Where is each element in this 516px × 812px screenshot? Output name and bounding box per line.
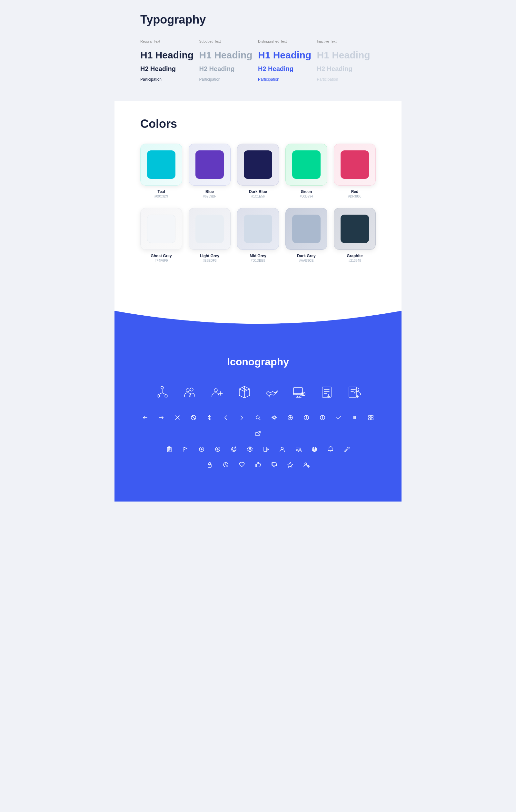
h1-subdued: H1 Heading	[199, 50, 255, 61]
color-card-blue: Blue #6239BF	[189, 144, 231, 198]
h1-regular: H1 Heading	[140, 50, 196, 61]
swatch-wrapper-blue	[189, 144, 231, 185]
h2-subdued: H2 Heading	[199, 65, 255, 72]
icon-row-large	[134, 384, 382, 400]
swatch-green	[292, 150, 321, 179]
svg-point-1	[157, 395, 160, 397]
type-label-inactive: Inactive Text	[317, 39, 373, 43]
svg-point-0	[161, 386, 163, 389]
arrow-left-icon	[141, 413, 150, 422]
color-name-darkblue: Dark Blue	[249, 190, 267, 194]
signin-icon	[262, 445, 271, 454]
package-icon	[236, 384, 252, 400]
svg-point-55	[355, 418, 355, 419]
color-hex-midgrey: #D1DBE8	[251, 259, 265, 262]
color-hex-darkgrey: #AAB9CE	[299, 259, 313, 262]
svg-point-44	[306, 416, 307, 417]
body-regular: Participation	[140, 77, 196, 82]
h2-regular: H2 Heading	[140, 65, 196, 72]
svg-rect-75	[264, 447, 267, 452]
color-hex-graphite: #213848	[348, 259, 361, 262]
color-name-graphite: Graphite	[347, 254, 363, 258]
typography-section: Typography Regular Text H1 Heading H2 He…	[115, 0, 401, 101]
target-icon	[229, 445, 238, 454]
swatch-wrapper-darkgrey	[285, 208, 327, 250]
typography-grid: Regular Text H1 Heading H2 Heading Parti…	[140, 39, 376, 82]
type-col-subdued: Subdued Text H1 Heading H2 Heading Parti…	[199, 39, 258, 82]
heart-icon	[237, 460, 246, 469]
swatch-midgrey	[244, 214, 272, 243]
swatch-lightgrey	[195, 214, 224, 243]
color-name-blue: Blue	[206, 190, 214, 194]
svg-line-4	[158, 393, 162, 395]
svg-rect-58	[371, 415, 373, 417]
circle-arrow-right-icon	[213, 445, 222, 454]
profile-icon	[278, 445, 287, 454]
arrow-right-icon	[157, 413, 166, 422]
person-link-icon	[302, 460, 311, 469]
chevron-left-icon	[221, 413, 230, 422]
svg-point-2	[165, 395, 168, 397]
swatch-red	[340, 150, 369, 179]
swatch-wrapper-green	[285, 144, 327, 185]
type-col-regular: Regular Text H1 Heading H2 Heading Parti…	[140, 39, 199, 82]
svg-point-74	[249, 448, 251, 450]
close-icon	[173, 413, 182, 422]
swatch-darkgrey	[292, 214, 321, 243]
check-icon	[334, 413, 343, 422]
svg-point-81	[299, 448, 301, 450]
svg-point-17	[301, 392, 305, 396]
swatch-blue	[195, 150, 224, 179]
svg-point-73	[233, 448, 235, 451]
thumbs-up-icon	[253, 460, 263, 469]
sort-icon	[205, 413, 214, 422]
add-circle-icon	[286, 413, 295, 422]
handshake-icon	[264, 384, 280, 400]
color-card-midgrey: Mid Grey #D1DBE8	[237, 208, 279, 262]
body-distinguished: Participation	[258, 77, 314, 82]
svg-line-14	[297, 395, 298, 397]
color-card-green: Green #00D994	[285, 144, 327, 198]
grid-icon	[350, 413, 359, 422]
svg-point-7	[190, 388, 193, 391]
colors-row-2: Ghost Grey #F4F6F9 Light Grey #E8EDF3 Mi…	[140, 208, 376, 262]
swatch-wrapper-lightgrey	[189, 208, 231, 250]
svg-line-37	[259, 418, 260, 420]
svg-point-56	[355, 418, 356, 419]
svg-point-52	[355, 417, 355, 418]
list-person-icon	[294, 445, 303, 454]
swatch-graphite	[340, 214, 369, 243]
icon-row-small-3	[134, 460, 382, 469]
h2-inactive: H2 Heading	[317, 65, 373, 72]
lock-icon	[205, 460, 214, 469]
swatch-wrapper-teal	[140, 144, 182, 185]
svg-point-8	[214, 388, 217, 392]
globe-icon	[310, 445, 319, 454]
svg-point-27	[356, 388, 359, 391]
svg-rect-57	[369, 415, 370, 417]
svg-line-5	[162, 393, 166, 395]
svg-rect-90	[256, 464, 257, 467]
typography-title: Typography	[140, 13, 376, 26]
color-hex-red: #DF3868	[348, 195, 361, 198]
svg-point-88	[209, 466, 210, 466]
add-person-icon	[209, 384, 225, 400]
iconography-section: Iconography	[115, 337, 401, 501]
color-card-darkgrey: Dark Grey #AAB9CE	[285, 208, 327, 262]
swatch-wrapper-graphite	[334, 208, 376, 250]
group-icon	[182, 384, 198, 400]
search-icon	[253, 413, 263, 422]
segments-icon	[366, 413, 375, 422]
cog-icon	[245, 445, 254, 454]
svg-point-48	[354, 416, 354, 417]
color-card-red: Red #DF3868	[334, 144, 376, 198]
color-hex-lightgrey: #E8EDF3	[203, 259, 216, 262]
color-card-darkblue: Dark Blue #1C1E56	[237, 144, 279, 198]
thumbs-down-icon	[270, 460, 279, 469]
color-hex-ghost: #F4F6F9	[155, 259, 168, 262]
icon-row-small-2	[134, 445, 382, 454]
h2-distinguished: H2 Heading	[258, 65, 314, 72]
h1-inactive: H1 Heading	[317, 50, 373, 61]
clipboard-icon	[165, 445, 174, 454]
clock-icon	[221, 460, 230, 469]
